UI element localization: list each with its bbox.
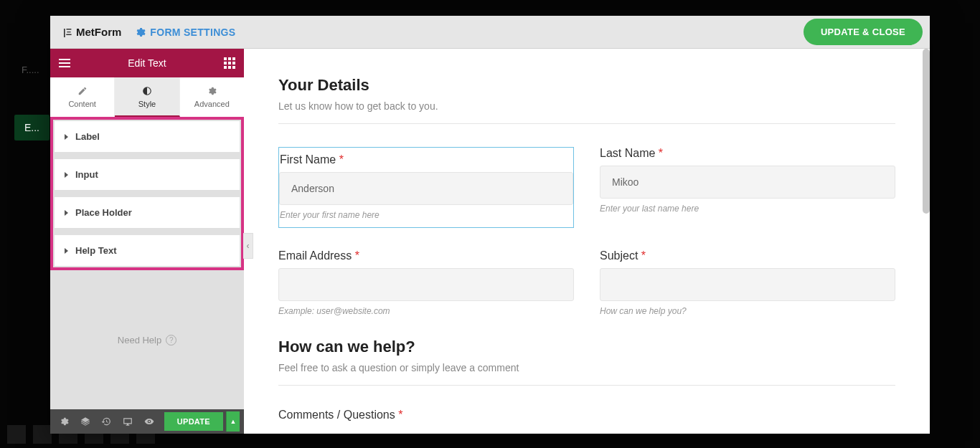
email-label: Email Address * — [278, 249, 574, 262]
pencil-icon — [77, 86, 88, 96]
required-marker: * — [339, 153, 344, 166]
sidebar-footer: UPDATE ▲ — [50, 409, 244, 434]
caret-right-icon — [65, 172, 68, 178]
caret-right-icon — [65, 134, 68, 140]
divider — [278, 123, 895, 124]
collapse-sidebar-button[interactable]: ‹ — [243, 233, 253, 259]
panel-tabs: Content Style Advanced — [50, 77, 244, 117]
canvas-inner: Your Details Let us know how to get back… — [244, 49, 930, 434]
first-name-value: Anderson — [291, 183, 334, 194]
subject-label: Subject * — [600, 249, 895, 262]
caret-right-icon — [65, 210, 68, 216]
required-marker: * — [659, 147, 663, 159]
elementor-icon: |Ξ — [63, 27, 72, 37]
last-name-field[interactable]: Mikoo — [600, 166, 895, 199]
comments-label: Comments / Questions * — [278, 409, 895, 421]
accordion-label-text: Label — [75, 131, 100, 142]
eye-icon — [144, 416, 154, 426]
form-row: Email Address * Example: user@website.co… — [278, 249, 895, 316]
last-name-hint: Enter your last name here — [600, 204, 895, 214]
history-icon — [101, 416, 111, 426]
need-help-label: Need Help — [118, 335, 161, 345]
canvas[interactable]: Your Details Let us know how to get back… — [244, 49, 930, 434]
form-settings-button[interactable]: FORM SETTINGS — [134, 27, 235, 38]
contrast-icon — [142, 86, 152, 96]
first-name-widget[interactable]: First Name * Anderson Enter your first n… — [278, 147, 574, 228]
accordion-placeholder[interactable]: Place Holder — [55, 197, 240, 228]
layers-icon — [80, 416, 90, 426]
email-hint: Example: user@website.com — [278, 306, 574, 316]
logo-text: MetForm — [76, 26, 121, 38]
bg-button[interactable]: E... — [14, 115, 50, 140]
topbar: |Ξ MetForm FORM SETTINGS UPDATE & CLOSE — [50, 16, 930, 49]
required-marker: * — [641, 249, 646, 262]
required-marker: * — [355, 249, 359, 262]
email-field[interactable] — [278, 268, 574, 301]
update-dropdown[interactable]: ▲ — [226, 411, 240, 432]
bg-text: F..... — [22, 65, 39, 75]
email-widget[interactable]: Email Address * Example: user@website.co… — [278, 249, 574, 316]
menu-icon[interactable] — [59, 59, 70, 67]
settings-button[interactable] — [55, 412, 73, 431]
editor-modal: |Ξ MetForm FORM SETTINGS UPDATE & CLOSE … — [50, 16, 930, 434]
update-close-button[interactable]: UPDATE & CLOSE — [804, 19, 923, 45]
last-name-label: Last Name * — [600, 147, 895, 160]
sidebar-body: Need Help ? — [50, 270, 244, 409]
subject-field[interactable] — [600, 268, 895, 301]
tab-content-label: Content — [68, 100, 96, 108]
gear-icon — [134, 27, 146, 38]
tab-advanced[interactable]: Advanced — [180, 77, 244, 117]
first-name-hint: Enter your first name here — [279, 210, 573, 220]
preview-button[interactable] — [140, 412, 159, 431]
gear-icon — [59, 416, 69, 426]
accordion-input-text: Input — [75, 169, 98, 180]
navigator-button[interactable] — [76, 412, 95, 431]
section2-subtitle: Feel free to ask a question or simply le… — [278, 362, 895, 373]
last-name-widget[interactable]: Last Name * Mikoo Enter your last name h… — [600, 147, 895, 228]
style-accordion: Label Input Place Holder Help Text — [50, 117, 244, 270]
form-row: First Name * Anderson Enter your first n… — [278, 147, 895, 228]
tab-content[interactable]: Content — [50, 77, 115, 117]
main-area: Edit Text Content Style Advanced Lab — [50, 49, 930, 434]
edit-header: Edit Text — [50, 49, 244, 77]
required-marker: * — [398, 409, 402, 421]
update-button[interactable]: UPDATE — [164, 412, 223, 431]
cog-icon — [207, 86, 217, 96]
responsive-button[interactable] — [118, 412, 137, 431]
accordion-placeholder-text: Place Holder — [75, 207, 132, 218]
tab-style[interactable]: Style — [115, 77, 179, 117]
section-subtitle: Let us know how to get back to you. — [278, 100, 895, 112]
subject-widget[interactable]: Subject * How can we help you? — [600, 249, 895, 316]
subject-hint: How can we help you? — [600, 306, 895, 316]
first-name-field[interactable]: Anderson — [279, 172, 573, 205]
tab-advanced-label: Advanced — [194, 100, 230, 108]
accordion-label[interactable]: Label — [55, 121, 240, 152]
last-name-value: Mikoo — [612, 176, 639, 188]
widgets-grid-icon[interactable] — [224, 57, 235, 69]
first-name-label: First Name * — [279, 153, 573, 166]
tab-style-label: Style — [138, 100, 156, 108]
accordion-helptext-text: Help Text — [75, 245, 117, 256]
accordion-input[interactable]: Input — [55, 159, 240, 190]
sidebar: Edit Text Content Style Advanced Lab — [50, 49, 244, 434]
history-button[interactable] — [98, 412, 116, 431]
logo: |Ξ MetForm — [57, 26, 121, 38]
caret-right-icon — [65, 248, 68, 254]
accordion-helptext[interactable]: Help Text — [55, 235, 240, 266]
help-icon: ? — [166, 335, 176, 345]
scrollbar[interactable] — [923, 49, 930, 214]
need-help-link[interactable]: Need Help ? — [118, 335, 176, 345]
section2-title: How can we help? — [278, 338, 895, 356]
panel-title: Edit Text — [70, 57, 224, 69]
divider — [278, 385, 895, 386]
form-settings-label: FORM SETTINGS — [150, 27, 235, 38]
responsive-icon — [123, 416, 133, 426]
section-title: Your Details — [278, 76, 895, 95]
